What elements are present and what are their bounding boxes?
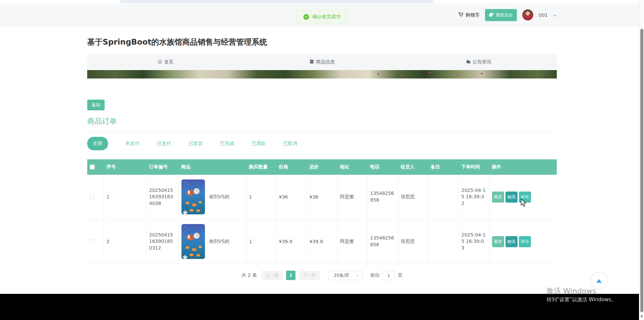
order-status-tabs: 全部 未支付 已支付 已发货 已完成 已退款 已取消 xyxy=(87,132,557,150)
tab-all[interactable]: 全部 xyxy=(87,137,108,150)
shop-icon xyxy=(309,59,314,65)
cell-index: 2 xyxy=(104,219,146,264)
orders-table: 序号 订单编号 商品 购买数量 价格 总价 地址 电话 收货人 备注 下单时间 … xyxy=(87,159,557,264)
refund-button[interactable]: 退货 xyxy=(492,236,504,247)
cell-time: 2025-04-15 16:39:03 xyxy=(459,219,489,264)
page-size-select[interactable]: 20条/页 xyxy=(328,271,362,280)
cell-address: 阿是擦 xyxy=(337,219,367,264)
cell-order-no: 20250415163931634038 xyxy=(146,175,178,219)
username[interactable]: 001 xyxy=(539,12,548,18)
cell-price: ¥36 xyxy=(276,175,307,219)
col-price: 价格 xyxy=(276,159,307,175)
nav-products-label: 商品信息 xyxy=(316,59,335,65)
prev-page-button[interactable]: 上一页 xyxy=(262,271,283,280)
browser-tab-hint xyxy=(120,0,434,3)
col-index: 序号 xyxy=(104,159,146,175)
cell-phone: 13548256858 xyxy=(367,219,398,264)
cell-qty: 1 xyxy=(246,219,276,264)
col-actions: 操作 xyxy=(489,159,557,175)
pagination: 共 2 条 上一页 1 下一页 20条/页 前往 页 xyxy=(87,271,557,294)
user-avatar[interactable] xyxy=(522,9,533,20)
col-receiver: 收货人 xyxy=(398,159,428,175)
home-icon xyxy=(157,59,162,65)
col-order-no: 订单编号 xyxy=(146,159,178,175)
cell-remark xyxy=(428,175,459,219)
main-nav: 首页 商品信息 公告资讯 xyxy=(87,54,557,70)
col-phone: 电话 xyxy=(367,159,398,175)
cell-index: 1 xyxy=(104,175,146,219)
cart-link[interactable]: 购物车 xyxy=(458,12,480,18)
col-total: 总价 xyxy=(307,159,337,175)
row-checkbox[interactable] xyxy=(90,239,95,244)
chevron-down-icon[interactable] xyxy=(553,12,557,18)
cart-label: 购物车 xyxy=(466,12,480,18)
tab-completed[interactable]: 已完成 xyxy=(220,141,234,147)
tab-paid[interactable]: 已支付 xyxy=(157,141,171,147)
row-checkbox[interactable] xyxy=(90,195,95,199)
main-container: 基于SpringBoot的水族馆商品销售与经营管理系统 首页 商品信息 公告资讯 xyxy=(87,37,557,294)
product-name[interactable]: 收到VS的 xyxy=(209,238,229,245)
col-product: 商品 xyxy=(178,159,246,175)
page-unit-label: 页 xyxy=(398,272,402,278)
nav-item-home[interactable]: 首页 xyxy=(87,54,244,70)
logistics-button[interactable]: 物流 xyxy=(505,236,518,247)
tab-unpaid[interactable]: 未支付 xyxy=(125,141,140,147)
table-header-row: 序号 订单编号 商品 购买数量 价格 总价 地址 电话 收货人 备注 下单时间 … xyxy=(87,159,557,175)
next-page-button[interactable]: 下一页 xyxy=(299,271,320,280)
cart-icon xyxy=(458,12,464,18)
admin-backend-button[interactable]: 系统后台 xyxy=(485,9,517,21)
select-all-checkbox[interactable] xyxy=(90,165,95,169)
nav-item-announcements[interactable]: 公告资讯 xyxy=(400,54,557,70)
logistics-button[interactable]: 物流 xyxy=(505,192,518,203)
cell-phone: 13548256858 xyxy=(367,175,398,219)
site-title: 基于SpringBoot的水族馆商品销售与经营管理系统 xyxy=(87,37,557,47)
browser-edge-strip xyxy=(0,0,644,3)
folder-icon xyxy=(466,59,471,65)
scroll-to-top-button[interactable] xyxy=(591,273,607,288)
nav-announcements-label: 公告资讯 xyxy=(473,59,491,65)
col-address: 地址 xyxy=(337,159,367,175)
nav-item-products[interactable]: 商品信息 xyxy=(244,54,400,70)
cell-price: ¥39.9 xyxy=(276,219,307,264)
product-image xyxy=(181,179,205,214)
cell-order-no: 20250415163901850312 xyxy=(146,219,178,264)
cell-time: 2025-04-15 16:39:32 xyxy=(459,175,489,219)
cell-total: ¥36 xyxy=(307,175,337,219)
tab-cancelled[interactable]: 已取消 xyxy=(283,141,297,147)
product-image xyxy=(181,224,205,259)
window-icon xyxy=(489,12,494,18)
arrow-up-icon xyxy=(596,279,602,283)
banner-image xyxy=(87,70,557,78)
pagination-total: 共 2 条 xyxy=(241,272,257,278)
goto-page-input[interactable] xyxy=(382,271,395,280)
vertical-scrollbar[interactable] xyxy=(639,0,644,320)
tab-refunded[interactable]: 已退款 xyxy=(252,141,266,147)
nav-home-label: 首页 xyxy=(164,59,173,65)
col-qty: 购买数量 xyxy=(246,159,276,175)
page: 确认收货成功 购物车 系统后台 001 基于SpringBoot的水族馆商品销 xyxy=(0,0,644,320)
topbar: 确认收货成功 购物车 系统后台 001 xyxy=(0,3,644,27)
table-row: 2 20250415163901850312 xyxy=(87,219,557,264)
comment-button[interactable]: 评论 xyxy=(519,192,531,203)
windows-watermark-title: 激活 Windows xyxy=(546,286,596,296)
cell-total: ¥39.9 xyxy=(307,219,337,264)
refund-button[interactable]: 退货 xyxy=(492,192,504,203)
page-size-value: 20条/页 xyxy=(334,272,350,278)
section-title: 商品订单 xyxy=(87,116,557,126)
comment-button[interactable]: 评论 xyxy=(519,236,531,247)
tab-shipped[interactable]: 已发货 xyxy=(189,141,203,147)
scrollbar-thumb[interactable] xyxy=(640,29,643,312)
success-toast: 确认收货成功 xyxy=(297,10,348,24)
cell-receiver: 张思思 xyxy=(398,175,428,219)
product-name[interactable]: 收到VS的 xyxy=(209,194,229,200)
cell-remark xyxy=(428,219,459,264)
success-check-icon xyxy=(304,14,309,20)
back-button[interactable]: 返回 xyxy=(87,100,105,110)
scrollbar-down-arrow[interactable] xyxy=(640,316,643,318)
page-number-1[interactable]: 1 xyxy=(286,271,296,280)
col-time: 下单时间 xyxy=(459,159,489,175)
toast-message: 确认收货成功 xyxy=(313,14,341,20)
cell-qty: 1 xyxy=(246,175,276,219)
goto-label: 前往 xyxy=(370,272,380,278)
chevron-down-icon xyxy=(356,274,359,276)
